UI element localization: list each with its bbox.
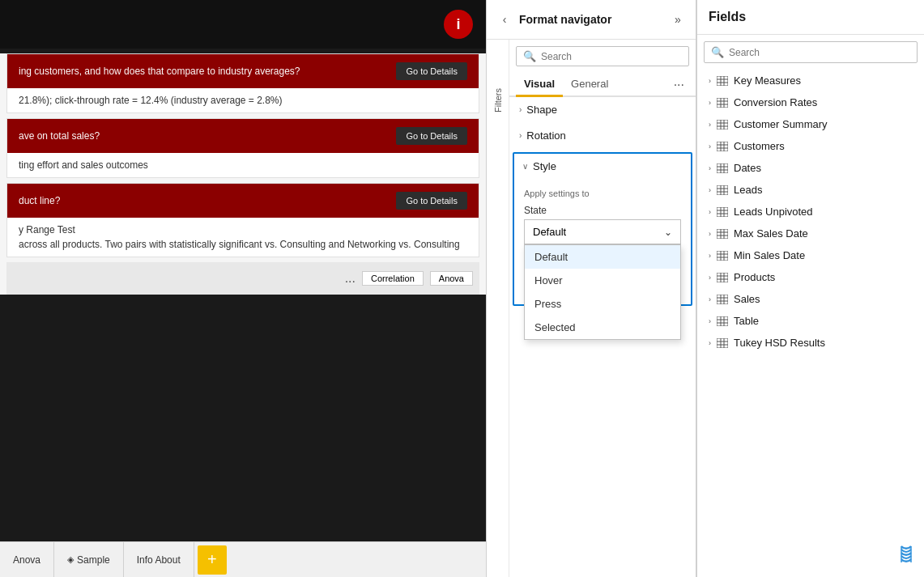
field-key-measures-chevron: › xyxy=(709,77,711,85)
filters-label[interactable]: Filters xyxy=(493,88,503,112)
card-2-body: ting effort and sales outcomes xyxy=(7,153,479,177)
tab-visual[interactable]: Visual xyxy=(516,73,563,97)
field-dates-icon xyxy=(716,163,729,174)
field-products[interactable]: › Products xyxy=(697,266,924,288)
field-tukey-hsd[interactable]: › Tukey HSD Results xyxy=(697,332,924,354)
state-label: State xyxy=(521,205,684,216)
collapse-button[interactable]: ‹ xyxy=(493,8,516,31)
middle-main: 🔍 Visual General ··· › Shape › Rotation xyxy=(509,40,696,577)
field-customer-summary-chevron: › xyxy=(709,121,711,129)
field-dates[interactable]: › Dates xyxy=(697,157,924,179)
field-leads-unpivoted[interactable]: › Leads Unpivoted xyxy=(697,201,924,223)
field-leads-label: Leads xyxy=(734,184,762,196)
format-search-icon: 🔍 xyxy=(523,50,536,62)
svg-rect-55 xyxy=(717,316,728,326)
filters-sidebar: Filters xyxy=(487,40,509,577)
info-icon[interactable]: i xyxy=(444,10,473,39)
tab-general[interactable]: General xyxy=(563,73,616,97)
card-3-body-text: across all products. Two pairs with stat… xyxy=(19,239,460,250)
svg-rect-30 xyxy=(717,207,728,217)
expand-button[interactable]: » xyxy=(666,8,689,31)
field-conversion-rates-label: Conversion Rates xyxy=(734,96,817,108)
card-1-header: ing customers, and how does that compare… xyxy=(7,54,479,88)
svg-rect-40 xyxy=(717,251,728,261)
scatter-tab-correlation[interactable]: Correlation xyxy=(362,271,424,286)
go-to-details-btn-2[interactable]: Go to Details xyxy=(396,127,467,145)
tab-sample-icon: ◈ xyxy=(67,554,74,565)
format-search-box[interactable]: 🔍 xyxy=(516,46,689,66)
field-products-chevron: › xyxy=(709,274,711,282)
scatter-more-dots[interactable]: ... xyxy=(345,271,356,286)
svg-rect-50 xyxy=(717,295,728,304)
svg-rect-45 xyxy=(717,273,728,282)
field-sales-chevron: › xyxy=(709,295,711,303)
format-navigator-header: ‹ Format navigator » xyxy=(487,0,696,40)
left-panel: i ing customers, and how does that compa… xyxy=(0,0,486,577)
field-products-icon xyxy=(716,272,729,283)
rotation-chevron-icon: › xyxy=(519,131,522,140)
scatter-row: ... Correlation Anova xyxy=(6,262,479,295)
cards-container: ing customers, and how does that compare… xyxy=(0,53,486,295)
add-tab-button[interactable]: + xyxy=(198,545,227,575)
rotation-label: Rotation xyxy=(526,129,565,142)
field-tukey-hsd-label: Tukey HSD Results xyxy=(734,337,825,349)
dropdown-option-selected[interactable]: Selected xyxy=(525,316,680,339)
expand-icon: » xyxy=(675,13,681,26)
tabs-more-button[interactable]: ··· xyxy=(669,74,689,95)
tab-sample[interactable]: ◈ Sample xyxy=(54,542,124,577)
apply-settings-label: Apply settings to xyxy=(521,185,684,205)
go-to-details-btn-3[interactable]: Go to Details xyxy=(396,192,467,210)
rotation-section[interactable]: › Rotation xyxy=(509,123,696,149)
fields-search-input[interactable] xyxy=(729,47,910,58)
tab-sample-label: Sample xyxy=(77,554,110,566)
card-2: ave on total sales? Go to Details ting e… xyxy=(6,118,479,178)
field-leads-unpivoted-chevron: › xyxy=(709,208,711,216)
field-conversion-rates[interactable]: › Conversion Rates xyxy=(697,91,924,113)
field-leads-chevron: › xyxy=(709,186,711,194)
card-3: duct line? Go to Details y Range Test ac… xyxy=(6,183,479,257)
dropdown-option-hover[interactable]: Hover xyxy=(525,269,680,292)
field-customers[interactable]: › Customers xyxy=(697,135,924,157)
field-max-sales-date-label: Max Sales Date xyxy=(734,227,808,240)
field-leads-unpivoted-icon xyxy=(716,206,729,218)
scatter-tab-anova[interactable]: Anova xyxy=(430,271,473,286)
format-search-input[interactable] xyxy=(541,51,682,62)
field-dates-label: Dates xyxy=(734,162,761,174)
dropdown-option-default[interactable]: Default xyxy=(525,245,680,269)
style-label: Style xyxy=(533,160,556,172)
field-key-measures[interactable]: › Key Measures xyxy=(697,70,924,91)
style-section-header[interactable]: ∨ Style xyxy=(514,154,691,179)
field-table-chevron: › xyxy=(709,317,711,325)
card-2-header: ave on total sales? Go to Details xyxy=(7,119,479,153)
state-dropdown-value: Default xyxy=(533,226,566,238)
field-min-sales-date-chevron: › xyxy=(709,252,711,260)
go-to-details-btn-1[interactable]: Go to Details xyxy=(396,62,467,80)
svg-rect-35 xyxy=(717,229,728,239)
field-table[interactable]: › Table xyxy=(697,310,924,332)
dropdown-option-press[interactable]: Press xyxy=(525,292,680,316)
tab-anova[interactable]: Anova xyxy=(0,542,54,577)
shape-section[interactable]: › Shape xyxy=(509,97,696,123)
style-section: ∨ Style Apply settings to State Default … xyxy=(513,152,692,306)
card-1-body: 21.8%); click-through rate = 12.4% (indu… xyxy=(7,88,479,112)
state-dropdown-container: Default ⌄ Default Hover Press Selected xyxy=(524,219,681,244)
field-sales[interactable]: › Sales xyxy=(697,288,924,310)
field-leads-icon xyxy=(716,185,729,196)
field-max-sales-date[interactable]: › Max Sales Date xyxy=(697,223,924,244)
card-1-body-text: 21.8%); click-through rate = 12.4% (indu… xyxy=(19,95,283,106)
field-customers-icon xyxy=(716,141,729,152)
field-min-sales-date[interactable]: › Min Sales Date xyxy=(697,244,924,266)
fields-search-box[interactable]: 🔍 xyxy=(704,41,918,63)
field-min-sales-date-label: Min Sales Date xyxy=(734,249,805,261)
field-customer-summary-icon xyxy=(716,119,729,130)
tab-info-about[interactable]: Info About xyxy=(124,542,194,577)
collapse-icon: ‹ xyxy=(503,13,507,26)
field-tukey-hsd-chevron: › xyxy=(709,339,711,347)
field-table-label: Table xyxy=(734,315,759,327)
field-leads[interactable]: › Leads xyxy=(697,179,924,201)
visual-general-tabs: Visual General ··· xyxy=(509,73,696,97)
field-customer-summary[interactable]: › Customer Summary xyxy=(697,113,924,135)
format-navigator-panel: ‹ Format navigator » Filters 🔍 Visual Ge… xyxy=(486,0,696,577)
state-dropdown-button[interactable]: Default ⌄ xyxy=(524,219,681,244)
field-key-measures-label: Key Measures xyxy=(734,74,801,87)
